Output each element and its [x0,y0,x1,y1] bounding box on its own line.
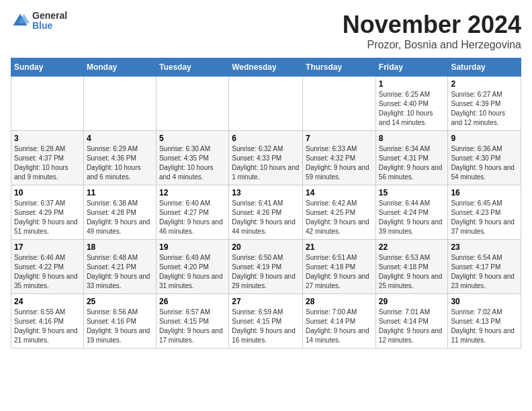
calendar-cell [83,77,156,131]
day-number: 11 [87,188,153,197]
day-details: Sunrise: 6:55 AM Sunset: 4:16 PM Dayligh… [14,308,81,345]
day-details: Sunrise: 6:30 AM Sunset: 4:35 PM Dayligh… [159,144,226,182]
day-details: Sunrise: 6:25 AM Sunset: 4:40 PM Dayligh… [379,90,445,128]
calendar-cell: 12Sunrise: 6:40 AM Sunset: 4:27 PM Dayli… [156,185,228,240]
calendar-cell: 30Sunrise: 7:02 AM Sunset: 4:13 PM Dayli… [448,294,521,349]
day-number: 25 [87,297,153,306]
calendar-cell: 17Sunrise: 6:46 AM Sunset: 4:22 PM Dayli… [11,240,84,294]
day-number: 27 [232,297,300,306]
calendar-cell: 8Sunrise: 6:34 AM Sunset: 4:31 PM Daylig… [375,131,448,185]
day-details: Sunrise: 6:27 AM Sunset: 4:39 PM Dayligh… [451,90,518,128]
calendar-cell: 9Sunrise: 6:36 AM Sunset: 4:30 PM Daylig… [448,131,521,185]
logo-blue-label: Blue [32,21,67,31]
calendar-cell: 20Sunrise: 6:50 AM Sunset: 4:19 PM Dayli… [229,240,303,294]
day-details: Sunrise: 6:28 AM Sunset: 4:37 PM Dayligh… [14,144,81,182]
weekday-header: Friday [375,58,448,77]
day-details: Sunrise: 6:37 AM Sunset: 4:29 PM Dayligh… [14,199,81,236]
day-number: 4 [87,134,153,143]
day-number: 1 [379,79,445,89]
weekday-header-row: SundayMondayTuesdayWednesdayThursdayFrid… [11,58,521,77]
day-details: Sunrise: 6:38 AM Sunset: 4:28 PM Dayligh… [87,199,153,236]
calendar-cell: 28Sunrise: 7:00 AM Sunset: 4:14 PM Dayli… [303,294,376,349]
calendar-cell: 4Sunrise: 6:29 AM Sunset: 4:36 PM Daylig… [83,131,156,185]
day-details: Sunrise: 6:42 AM Sunset: 4:25 PM Dayligh… [306,199,373,236]
calendar-cell [11,77,84,131]
day-number: 19 [159,242,226,252]
day-details: Sunrise: 6:49 AM Sunset: 4:20 PM Dayligh… [159,253,226,291]
day-details: Sunrise: 6:48 AM Sunset: 4:21 PM Dayligh… [87,253,153,291]
day-number: 10 [14,188,81,197]
calendar-cell: 10Sunrise: 6:37 AM Sunset: 4:29 PM Dayli… [11,185,84,240]
day-number: 20 [232,242,300,252]
logo-text: General Blue [32,11,67,32]
day-details: Sunrise: 6:53 AM Sunset: 4:18 PM Dayligh… [379,253,445,291]
calendar-cell [229,77,303,131]
day-number: 26 [159,297,226,306]
day-number: 30 [451,297,518,306]
calendar-cell: 6Sunrise: 6:32 AM Sunset: 4:33 PM Daylig… [229,131,303,185]
day-details: Sunrise: 6:46 AM Sunset: 4:22 PM Dayligh… [14,253,81,291]
day-number: 7 [306,134,373,143]
day-number: 2 [451,79,518,89]
day-details: Sunrise: 6:57 AM Sunset: 4:15 PM Dayligh… [159,308,226,345]
day-details: Sunrise: 6:51 AM Sunset: 4:18 PM Dayligh… [306,253,373,291]
calendar-week-row: 24Sunrise: 6:55 AM Sunset: 4:16 PM Dayli… [11,294,521,349]
day-details: Sunrise: 6:33 AM Sunset: 4:32 PM Dayligh… [306,144,373,182]
calendar-cell: 21Sunrise: 6:51 AM Sunset: 4:18 PM Dayli… [303,240,376,294]
logo-general-label: General [32,11,67,21]
day-number: 24 [14,297,81,306]
calendar-cell: 15Sunrise: 6:44 AM Sunset: 4:24 PM Dayli… [375,185,448,240]
day-number: 6 [232,134,300,143]
day-number: 18 [87,242,153,252]
day-details: Sunrise: 6:54 AM Sunset: 4:17 PM Dayligh… [451,253,518,291]
calendar-week-row: 10Sunrise: 6:37 AM Sunset: 4:29 PM Dayli… [11,185,521,240]
month-title: November 2024 [343,11,521,39]
day-details: Sunrise: 6:50 AM Sunset: 4:19 PM Dayligh… [232,253,300,291]
location-subtitle: Prozor, Bosnia and Herzegovina [343,39,521,51]
day-number: 5 [159,134,226,143]
calendar-cell: 13Sunrise: 6:41 AM Sunset: 4:26 PM Dayli… [229,185,303,240]
day-details: Sunrise: 6:41 AM Sunset: 4:26 PM Dayligh… [232,199,300,236]
calendar-cell: 1Sunrise: 6:25 AM Sunset: 4:40 PM Daylig… [375,77,448,131]
day-details: Sunrise: 7:01 AM Sunset: 4:14 PM Dayligh… [379,308,445,345]
day-number: 22 [379,242,445,252]
day-number: 23 [451,242,518,252]
day-details: Sunrise: 6:32 AM Sunset: 4:33 PM Dayligh… [232,144,300,182]
calendar-cell: 11Sunrise: 6:38 AM Sunset: 4:28 PM Dayli… [83,185,156,240]
calendar-cell: 14Sunrise: 6:42 AM Sunset: 4:25 PM Dayli… [303,185,376,240]
day-details: Sunrise: 6:44 AM Sunset: 4:24 PM Dayligh… [379,199,445,236]
day-details: Sunrise: 7:02 AM Sunset: 4:13 PM Dayligh… [451,308,518,345]
logo-icon [11,11,30,30]
day-number: 17 [14,242,81,252]
day-details: Sunrise: 6:29 AM Sunset: 4:36 PM Dayligh… [87,144,153,182]
weekday-header: Monday [83,58,156,77]
calendar-cell: 16Sunrise: 6:45 AM Sunset: 4:23 PM Dayli… [448,185,521,240]
calendar-cell [303,77,376,131]
calendar-cell: 18Sunrise: 6:48 AM Sunset: 4:21 PM Dayli… [83,240,156,294]
calendar-cell: 2Sunrise: 6:27 AM Sunset: 4:39 PM Daylig… [448,77,521,131]
day-number: 21 [306,242,373,252]
calendar-cell: 24Sunrise: 6:55 AM Sunset: 4:16 PM Dayli… [11,294,84,349]
day-details: Sunrise: 6:56 AM Sunset: 4:16 PM Dayligh… [87,308,153,345]
day-details: Sunrise: 6:40 AM Sunset: 4:27 PM Dayligh… [159,199,226,236]
calendar-week-row: 1Sunrise: 6:25 AM Sunset: 4:40 PM Daylig… [11,77,521,131]
calendar-table: SundayMondayTuesdayWednesdayThursdayFrid… [11,58,521,349]
calendar-cell: 27Sunrise: 6:59 AM Sunset: 4:15 PM Dayli… [229,294,303,349]
day-number: 13 [232,188,300,197]
calendar-cell: 26Sunrise: 6:57 AM Sunset: 4:15 PM Dayli… [156,294,228,349]
day-details: Sunrise: 6:34 AM Sunset: 4:31 PM Dayligh… [379,144,445,182]
day-number: 16 [451,188,518,197]
calendar-cell [156,77,228,131]
calendar-cell: 29Sunrise: 7:01 AM Sunset: 4:14 PM Dayli… [375,294,448,349]
day-number: 12 [159,188,226,197]
calendar-cell: 3Sunrise: 6:28 AM Sunset: 4:37 PM Daylig… [11,131,84,185]
logo: General Blue [11,11,67,32]
weekday-header: Saturday [448,58,521,77]
calendar-cell: 25Sunrise: 6:56 AM Sunset: 4:16 PM Dayli… [83,294,156,349]
weekday-header: Sunday [11,58,84,77]
calendar-cell: 7Sunrise: 6:33 AM Sunset: 4:32 PM Daylig… [303,131,376,185]
header: General Blue November 2024 Prozor, Bosni… [11,11,521,51]
calendar-week-row: 3Sunrise: 6:28 AM Sunset: 4:37 PM Daylig… [11,131,521,185]
calendar-cell: 22Sunrise: 6:53 AM Sunset: 4:18 PM Dayli… [375,240,448,294]
day-number: 8 [379,134,445,143]
